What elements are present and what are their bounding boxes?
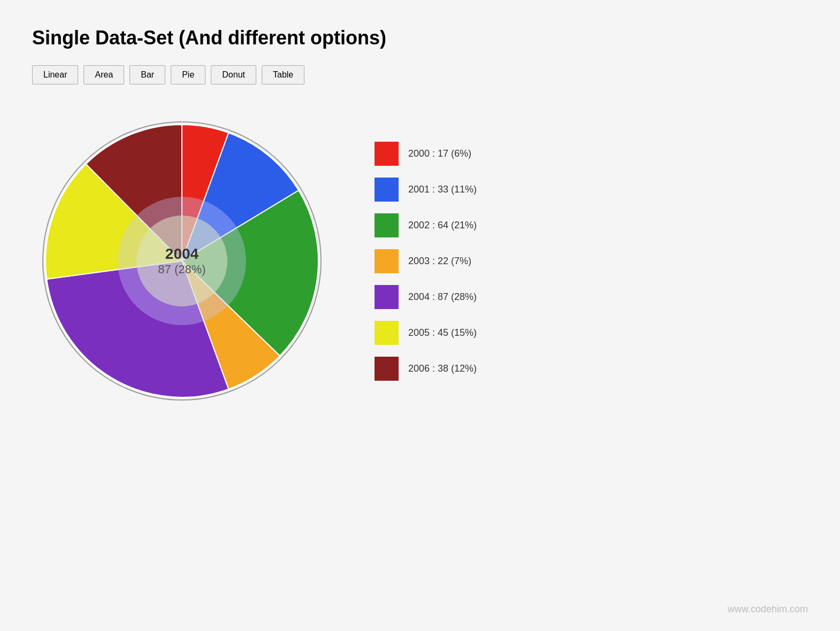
- legend-color-2005: [375, 321, 399, 345]
- pie-chart-wrapper: 2004 87 (28%): [32, 111, 332, 411]
- svg-point-2: [136, 216, 227, 306]
- legend: 2000 : 17 (6%)2001 : 33 (11%)2002 : 64 (…: [375, 142, 477, 381]
- chart-area: 2004 87 (28%) 2000 : 17 (6%)2001 : 33 (1…: [32, 111, 808, 411]
- legend-color-2003: [375, 249, 399, 273]
- legend-text-2005: 2005 : 45 (15%): [408, 327, 477, 338]
- legend-text-2003: 2003 : 22 (7%): [408, 256, 471, 267]
- legend-color-2001: [375, 178, 399, 202]
- legend-text-2002: 2002 : 64 (21%): [408, 220, 477, 231]
- legend-item-2006: 2006 : 38 (12%): [375, 357, 477, 381]
- watermark: www.codehim.com: [728, 604, 808, 615]
- legend-item-2001: 2001 : 33 (11%): [375, 178, 477, 202]
- chart-type-buttons: LinearAreaBarPieDonutTable: [32, 65, 808, 84]
- btn-area[interactable]: Area: [83, 65, 124, 84]
- legend-color-2006: [375, 357, 399, 381]
- legend-text-2006: 2006 : 38 (12%): [408, 363, 477, 374]
- legend-color-2004: [375, 285, 399, 309]
- page-container: Single Data-Set (And different options) …: [0, 0, 840, 437]
- btn-donut[interactable]: Donut: [211, 65, 256, 84]
- legend-color-2000: [375, 142, 399, 166]
- legend-item-2002: 2002 : 64 (21%): [375, 213, 477, 237]
- legend-item-2003: 2003 : 22 (7%): [375, 249, 477, 273]
- legend-color-2002: [375, 213, 399, 237]
- legend-text-2004: 2004 : 87 (28%): [408, 291, 477, 303]
- legend-text-2000: 2000 : 17 (6%): [408, 148, 471, 159]
- pie-chart-svg: [32, 111, 332, 411]
- btn-pie[interactable]: Pie: [171, 65, 205, 84]
- btn-bar[interactable]: Bar: [129, 65, 165, 84]
- page-title: Single Data-Set (And different options): [32, 27, 808, 49]
- btn-table[interactable]: Table: [262, 65, 304, 84]
- btn-linear[interactable]: Linear: [32, 65, 78, 84]
- legend-text-2001: 2001 : 33 (11%): [408, 184, 477, 195]
- legend-item-2005: 2005 : 45 (15%): [375, 321, 477, 345]
- legend-item-2000: 2000 : 17 (6%): [375, 142, 477, 166]
- legend-item-2004: 2004 : 87 (28%): [375, 285, 477, 309]
